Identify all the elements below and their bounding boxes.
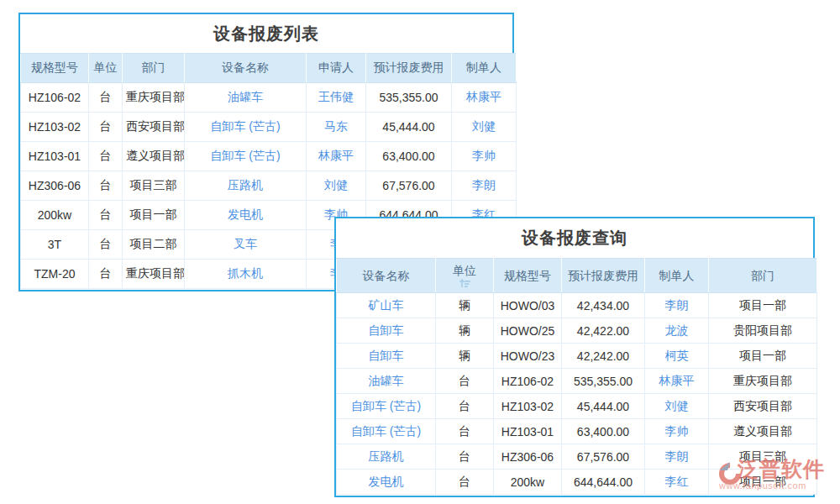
cell-maker[interactable]: 李朗: [452, 171, 517, 201]
cell-spec: 3T: [21, 230, 89, 260]
header-row: 设备名称单位规格型号预计报废费用制单人部门: [337, 259, 817, 293]
column-label: 申请人: [310, 60, 362, 76]
cell-maker[interactable]: 林康平: [645, 369, 709, 394]
cell-dept: 项目一部: [709, 344, 817, 369]
table-row: HZ103-02台西安项目部自卸车 (芒古)马东45,444.00刘健: [21, 113, 517, 142]
table-row: 自卸车 (芒古)台HZ103-0245,444.00刘健西安项目部: [337, 394, 817, 419]
cell-applicant[interactable]: 林康平: [307, 142, 366, 171]
table-row: 压路机台HZ306-0667,576.00李朗项目三部: [337, 444, 817, 470]
cell-applicant[interactable]: 刘健: [307, 171, 366, 201]
cell-maker[interactable]: 李帅: [452, 142, 517, 171]
column-header-maker: 制单人: [452, 54, 517, 83]
cell-dept: 项目二部: [123, 230, 185, 260]
cell-device[interactable]: 自卸车: [337, 344, 436, 369]
cell-dept: 西安项目部: [123, 113, 185, 142]
cell-unit: 台: [89, 201, 123, 230]
cell-spec: HOWO/25: [494, 318, 562, 344]
cell-dept: 重庆项目部: [709, 369, 817, 394]
cell-device[interactable]: 自卸车: [337, 318, 436, 344]
cell-unit: 台: [436, 369, 494, 394]
cell-dept: 遵义项目部: [709, 419, 817, 444]
column-header-unit: 单位: [89, 54, 123, 83]
cell-maker[interactable]: 李朗: [645, 444, 709, 470]
cell-device[interactable]: 压路机: [185, 171, 307, 201]
cell-maker[interactable]: 龙波: [645, 318, 709, 344]
cell-applicant[interactable]: 王伟健: [307, 83, 366, 113]
cell-dept: 重庆项目部: [123, 260, 185, 289]
sort-icon[interactable]: [439, 279, 490, 288]
column-header-cost: 预计报废费用: [366, 54, 452, 83]
cell-maker[interactable]: 刘健: [452, 113, 517, 142]
cell-device[interactable]: 自卸车 (芒古): [185, 113, 307, 142]
cell-dept: 项目一部: [709, 293, 817, 318]
cell-unit: 辆: [436, 293, 494, 318]
table-row: HZ106-02台重庆项目部油罐车王伟健535,355.00林康平: [21, 83, 517, 113]
column-label: 制单人: [648, 269, 705, 283]
cell-device[interactable]: 自卸车 (芒古): [337, 419, 436, 444]
column-header-maker: 制单人: [645, 259, 709, 293]
cell-unit: 台: [89, 113, 123, 142]
cell-dept: 遵义项目部: [123, 142, 185, 171]
table-row: 自卸车 (芒古)台HZ103-0163,400.00李帅遵义项目部: [337, 419, 817, 444]
cell-device[interactable]: 自卸车 (芒古): [185, 142, 307, 171]
column-header-unit[interactable]: 单位: [436, 259, 494, 293]
cell-device[interactable]: 抓木机: [185, 260, 307, 289]
column-label: 单位: [439, 264, 490, 278]
column-label: 规格型号: [24, 60, 85, 76]
cell-unit: 辆: [436, 318, 494, 344]
cell-maker[interactable]: 柯英: [645, 344, 709, 369]
cell-dept: 项目一部: [709, 470, 817, 495]
cell-cost: 45,444.00: [366, 113, 452, 142]
cell-dept: 项目一部: [123, 201, 185, 230]
cell-maker[interactable]: 刘健: [645, 394, 709, 419]
scrap-query-table: 设备名称单位规格型号预计报废费用制单人部门 矿山车辆HOWO/0342,434.…: [336, 258, 817, 495]
cell-device[interactable]: 矿山车: [337, 293, 436, 318]
cell-cost: 67,576.00: [366, 171, 452, 201]
cell-device[interactable]: 发电机: [337, 470, 436, 495]
cell-cost: 535,355.00: [562, 369, 645, 394]
cell-maker[interactable]: 李帅: [645, 419, 709, 444]
cell-device[interactable]: 油罐车: [185, 83, 307, 113]
cell-unit: 台: [89, 171, 123, 201]
table-row: 矿山车辆HOWO/0342,434.00李朗项目一部: [337, 293, 817, 318]
column-header-cost: 预计报废费用: [562, 259, 645, 293]
column-header-device: 设备名称: [185, 54, 307, 83]
cell-unit: 台: [89, 83, 123, 113]
table-row: 自卸车辆HOWO/2342,242.00柯英项目一部: [337, 344, 817, 369]
table-row: HZ306-06台项目三部压路机刘健67,576.00李朗: [21, 171, 517, 201]
cell-spec: HOWO/03: [494, 293, 562, 318]
cell-unit: 台: [436, 470, 494, 495]
column-header-spec: 规格型号: [494, 259, 562, 293]
cell-spec: HOWO/23: [494, 344, 562, 369]
cell-dept: 项目三部: [123, 171, 185, 201]
cell-spec: HZ103-02: [21, 113, 89, 142]
cell-device[interactable]: 叉车: [185, 230, 307, 260]
cell-unit: 台: [436, 444, 494, 470]
cell-spec: HZ106-02: [494, 369, 562, 394]
cell-maker[interactable]: 林康平: [452, 83, 517, 113]
column-label: 制单人: [455, 60, 512, 76]
cell-spec: HZ306-06: [21, 171, 89, 201]
cell-maker[interactable]: 李红: [645, 470, 709, 495]
cell-spec: HZ103-02: [494, 394, 562, 419]
cell-device[interactable]: 发电机: [185, 201, 307, 230]
column-label: 规格型号: [497, 269, 558, 283]
cell-dept: 贵阳项目部: [709, 318, 817, 344]
cell-device[interactable]: 自卸车 (芒古): [337, 394, 436, 419]
column-label: 预计报废费用: [565, 269, 641, 283]
table-row: 发电机台200kw644,644.00李红项目一部: [337, 470, 817, 495]
cell-cost: 535,355.00: [366, 83, 452, 113]
cell-dept: 项目三部: [709, 444, 817, 470]
cell-applicant[interactable]: 马东: [307, 113, 366, 142]
table-row: 自卸车辆HOWO/2542,422.00龙波贵阳项目部: [337, 318, 817, 344]
cell-maker[interactable]: 李朗: [645, 293, 709, 318]
cell-cost: 42,242.00: [562, 344, 645, 369]
cell-spec: HZ103-01: [494, 419, 562, 444]
cell-device[interactable]: 压路机: [337, 444, 436, 470]
cell-cost: 63,400.00: [366, 142, 452, 171]
column-label: 部门: [712, 269, 813, 283]
cell-device[interactable]: 油罐车: [337, 369, 436, 394]
cell-dept: 重庆项目部: [123, 83, 185, 113]
column-header-dept: 部门: [123, 54, 185, 83]
cell-spec: 200kw: [21, 201, 89, 230]
